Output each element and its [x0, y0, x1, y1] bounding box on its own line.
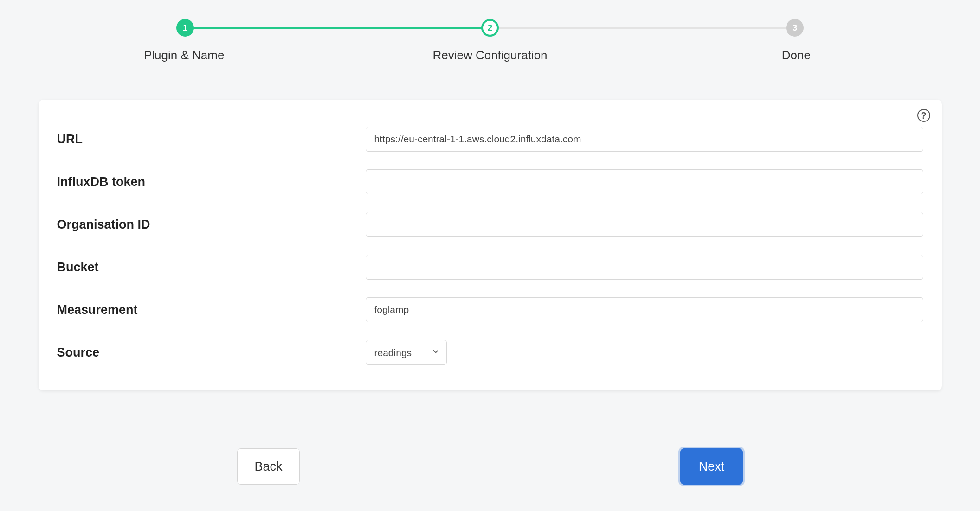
- next-button[interactable]: Next: [680, 448, 743, 485]
- step-2-label: Review Configuration: [386, 48, 595, 63]
- stepper-connector-1: [185, 27, 490, 29]
- step-2-node[interactable]: 2: [481, 19, 499, 37]
- row-source: Source readings: [57, 340, 923, 365]
- input-url[interactable]: [366, 127, 923, 152]
- row-url: URL: [57, 127, 923, 152]
- select-source-wrap: readings: [366, 340, 447, 365]
- help-icon-glyph: ?: [921, 110, 926, 121]
- stepper-labels: Plugin & Name Review Configuration Done: [176, 48, 804, 63]
- step-3-label: Done: [601, 48, 811, 63]
- stepper-connector-2: [490, 27, 795, 29]
- config-card: ? URL InfluxDB token Organisation ID Buc…: [39, 100, 942, 390]
- row-measurement: Measurement: [57, 297, 923, 322]
- help-icon[interactable]: ?: [917, 109, 930, 122]
- step-1-label: Plugin & Name: [144, 48, 353, 63]
- input-measurement[interactable]: [366, 297, 923, 322]
- row-token: InfluxDB token: [57, 169, 923, 194]
- wizard-stepper: 1 2 3 Plugin & Name Review Configuration…: [176, 19, 804, 63]
- row-org: Organisation ID: [57, 212, 923, 237]
- label-url: URL: [57, 132, 366, 147]
- row-bucket: Bucket: [57, 255, 923, 280]
- step-1-node[interactable]: 1: [176, 19, 194, 37]
- input-org[interactable]: [366, 212, 923, 237]
- wizard-footer: Back Next: [237, 448, 743, 485]
- page-container: 1 2 3 Plugin & Name Review Configuration…: [0, 0, 980, 511]
- label-bucket: Bucket: [57, 260, 366, 275]
- label-token: InfluxDB token: [57, 175, 366, 189]
- label-measurement: Measurement: [57, 303, 366, 317]
- label-org: Organisation ID: [57, 217, 366, 232]
- select-source[interactable]: readings: [366, 340, 447, 365]
- input-token[interactable]: [366, 169, 923, 194]
- input-bucket[interactable]: [366, 255, 923, 280]
- step-3-node: 3: [786, 19, 804, 37]
- back-button[interactable]: Back: [237, 448, 300, 485]
- label-source: Source: [57, 345, 366, 360]
- stepper-track: 1 2 3: [176, 19, 804, 37]
